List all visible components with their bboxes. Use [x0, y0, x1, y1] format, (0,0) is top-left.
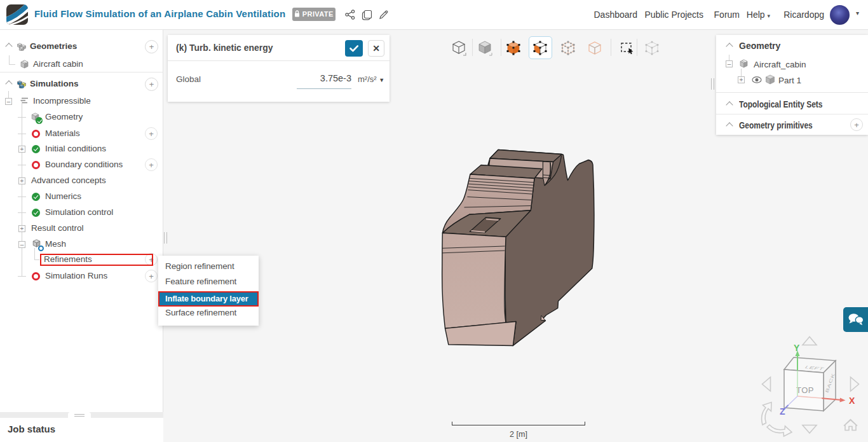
- svg-text:X: X: [849, 396, 855, 406]
- svg-text:TOP: TOP: [796, 385, 814, 395]
- svg-text:Z: Z: [780, 406, 785, 417]
- svg-text:Y: Y: [794, 343, 800, 353]
